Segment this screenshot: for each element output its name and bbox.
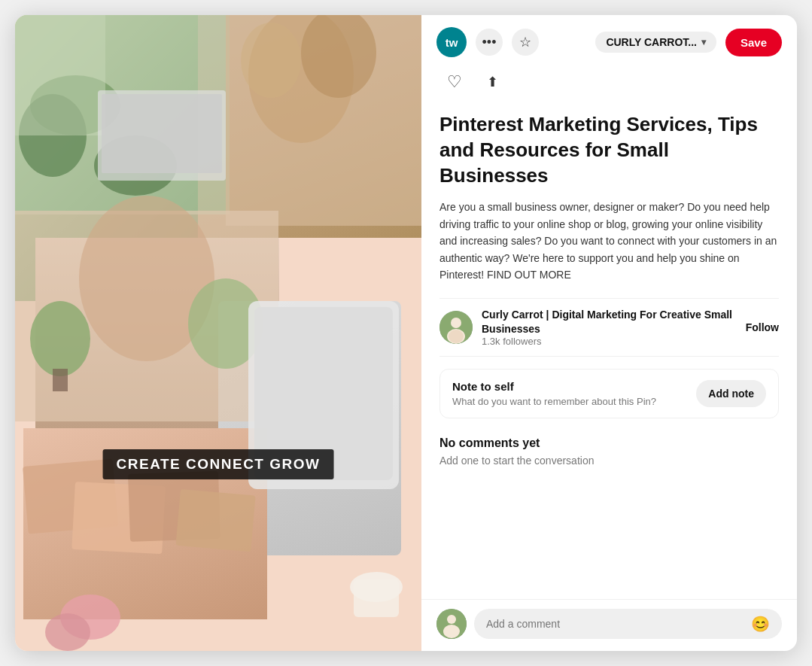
pin-content-area: Pinterest Marketing Services, Tips and R… [421, 100, 797, 599]
share-icon: ⬆ [487, 74, 498, 90]
top-actions-bar: tw ••• ☆ CURLY CARROT... ▾ Save [421, 15, 797, 67]
pin-description: Are you a small business owner, designer… [439, 199, 779, 283]
svg-point-27 [451, 318, 461, 328]
bookmark-button[interactable]: ☆ [512, 29, 539, 56]
more-icon: ••• [482, 35, 497, 50]
pin-title: Pinterest Marketing Services, Tips and R… [439, 112, 779, 188]
svg-point-10 [241, 23, 301, 98]
svg-rect-23 [354, 579, 399, 617]
pin-image-panel: CREATE CONNECT GROW [15, 15, 421, 651]
svg-rect-14 [53, 369, 68, 391]
creator-name: Curly Carrot | Digital Marketing For Cre… [482, 308, 737, 335]
comment-avatar-svg [436, 609, 467, 639]
emoji-button[interactable]: 😊 [751, 615, 770, 633]
comment-user-avatar [436, 609, 467, 639]
creator-avatar-image [439, 311, 473, 344]
share-button[interactable]: ⬆ [477, 67, 507, 97]
emoji-icon: 😊 [751, 615, 770, 633]
svg-point-29 [449, 330, 464, 343]
star-icon: ☆ [519, 34, 531, 50]
pin-modal: CREATE CONNECT GROW tw ••• ☆ CURLY CARRO… [15, 15, 797, 651]
pin-detail-panel: tw ••• ☆ CURLY CARROT... ▾ Save ♡ ⬆ Pi [421, 15, 797, 651]
svg-rect-21 [175, 489, 255, 552]
heart-icon: ♡ [447, 72, 462, 92]
collage-svg [15, 15, 421, 651]
note-section: Note to self What do you want to remembe… [439, 369, 779, 418]
svg-rect-6 [102, 94, 222, 173]
pin-text-overlay: CREATE CONNECT GROW [103, 449, 334, 479]
comments-section: No comments yet Add one to start the con… [439, 430, 779, 479]
svg-point-32 [443, 625, 460, 638]
chevron-down-icon: ▾ [701, 37, 706, 47]
more-options-button[interactable]: ••• [476, 29, 503, 56]
svg-point-13 [30, 301, 90, 376]
svg-point-31 [447, 615, 456, 624]
like-button[interactable]: ♡ [439, 67, 470, 97]
no-comments-subtitle: Add one to start the conversation [439, 455, 779, 467]
add-note-button[interactable]: Add note [696, 380, 766, 407]
creator-info: Curly Carrot | Digital Marketing For Cre… [482, 308, 737, 346]
user-avatar-button[interactable]: tw [436, 27, 467, 57]
save-button[interactable]: Save [725, 29, 782, 56]
no-comments-title: No comments yet [439, 436, 779, 450]
board-selector-button[interactable]: CURLY CARROT... ▾ [595, 32, 716, 53]
creator-avatar [439, 311, 473, 344]
comment-input[interactable] [486, 609, 751, 639]
follow-button[interactable]: Follow [746, 321, 779, 333]
svg-point-25 [45, 613, 90, 651]
creator-row: Curly Carrot | Digital Marketing For Cre… [439, 298, 779, 356]
comment-input-row: 😊 [421, 599, 797, 651]
comment-avatar-image [436, 609, 467, 639]
svg-rect-4 [15, 15, 105, 135]
comment-input-wrapper: 😊 [474, 609, 782, 639]
creator-avatar-svg [439, 311, 473, 344]
creator-followers: 1.3k followers [482, 336, 737, 347]
note-subtitle: What do you want to remember about this … [452, 396, 656, 407]
note-title: Note to self [452, 380, 656, 393]
board-name-label: CURLY CARROT... [606, 36, 697, 48]
note-info: Note to self What do you want to remembe… [452, 380, 656, 407]
